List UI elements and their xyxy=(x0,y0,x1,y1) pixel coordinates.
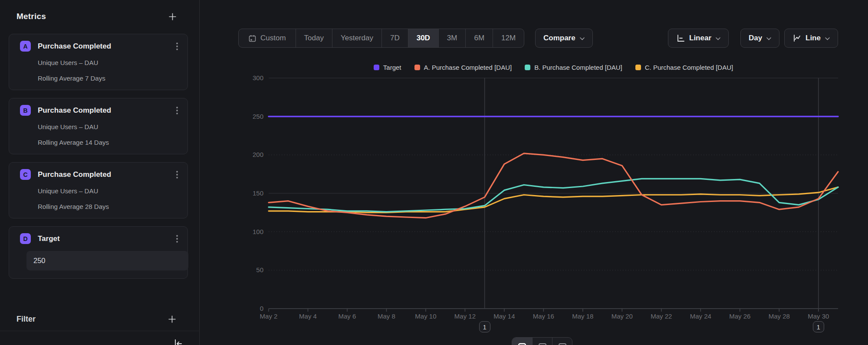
metric-card-header: DTarget xyxy=(20,233,181,244)
x-axis-label: May 26 xyxy=(729,312,750,320)
view-mode-chart[interactable] xyxy=(512,338,532,345)
metric-options-button[interactable] xyxy=(173,105,181,116)
kebab-menu-icon xyxy=(176,42,178,50)
chart-view-icon xyxy=(518,343,526,345)
sidebar-divider xyxy=(0,331,200,331)
metric-options-button[interactable] xyxy=(173,169,181,180)
metric-card-c[interactable]: CPurchase CompletedUnique Users – DAURol… xyxy=(9,162,188,218)
metric-rollup-label: Rolling Average 28 Days xyxy=(38,202,181,211)
metric-rollup-label: Rolling Average 14 Days xyxy=(38,138,181,147)
annotation-badge[interactable]: 1 xyxy=(813,321,824,332)
x-axis-label: May 28 xyxy=(769,312,790,320)
metric-cards: APurchase CompletedUnique Users – DAURol… xyxy=(9,34,188,279)
chart-panel: CustomTodayYesterday7D30D3M6M12M Compare… xyxy=(200,0,868,345)
collapse-left-icon xyxy=(173,338,183,345)
add-metric-button[interactable] xyxy=(168,13,177,21)
series-line-c[interactable] xyxy=(269,187,838,213)
metric-title: Purchase Completed xyxy=(38,106,111,115)
x-axis-label: May 20 xyxy=(612,312,633,320)
y-axis-label: 50 xyxy=(256,266,263,273)
filter-section-header: Filter xyxy=(16,313,176,325)
x-axis-label: May 12 xyxy=(454,312,476,320)
metric-measure-label: Unique Users – DAU xyxy=(38,59,181,67)
x-axis-label: May 8 xyxy=(378,312,395,320)
metric-card-a[interactable]: APurchase CompletedUnique Users – DAURol… xyxy=(9,34,188,90)
metric-title: Target xyxy=(38,234,60,243)
x-axis-label: May 6 xyxy=(339,312,356,320)
collapse-sidebar-button[interactable] xyxy=(173,338,183,345)
x-axis-label: May 4 xyxy=(299,312,317,320)
plus-icon xyxy=(168,315,176,323)
y-axis-label: 200 xyxy=(253,151,263,158)
view-mode-table[interactable] xyxy=(532,338,552,345)
metrics-explorer-page: { "sidebar": { "title": "Metrics", "metr… xyxy=(0,0,868,345)
view-mode-toggle xyxy=(512,337,572,345)
table-view-icon xyxy=(538,343,547,345)
y-axis-label: 100 xyxy=(253,228,263,235)
kebab-menu-icon xyxy=(176,107,178,114)
y-axis-label: 150 xyxy=(253,189,263,197)
view-mode-combined[interactable] xyxy=(552,338,572,345)
y-axis-label: 0 xyxy=(260,305,263,312)
kebab-menu-icon xyxy=(176,235,178,243)
metric-options-button[interactable] xyxy=(173,234,181,244)
metric-title: Purchase Completed xyxy=(38,170,111,179)
metric-measure-label: Unique Users – DAU xyxy=(38,187,181,195)
filter-title: Filter xyxy=(16,315,36,324)
metric-card-header: APurchase Completed xyxy=(20,41,181,52)
metric-card-header: BPurchase Completed xyxy=(20,105,181,116)
metric-rollup-label: Rolling Average 7 Days xyxy=(38,74,181,83)
metric-card-b[interactable]: BPurchase CompletedUnique Users – DAURol… xyxy=(9,98,188,154)
x-axis-label: May 18 xyxy=(572,312,593,320)
metrics-sidebar: Metrics APurchase CompletedUnique Users … xyxy=(0,0,200,345)
series-line-a[interactable] xyxy=(269,153,838,218)
metric-options-button[interactable] xyxy=(173,41,181,52)
combined-view-icon xyxy=(558,343,567,345)
metric-badge-b: B xyxy=(20,105,31,116)
x-axis-label: May 2 xyxy=(260,312,278,320)
plus-icon xyxy=(168,13,177,21)
y-axis-label: 300 xyxy=(253,74,263,81)
x-axis-label: May 14 xyxy=(493,312,515,320)
x-axis-label: May 16 xyxy=(533,312,554,320)
metrics-header: Metrics xyxy=(16,12,177,21)
metric-card-d[interactable]: DTarget xyxy=(9,226,188,279)
metrics-title: Metrics xyxy=(16,12,46,21)
metric-measure-label: Unique Users – DAU xyxy=(38,123,181,131)
x-axis-label: May 30 xyxy=(808,312,829,320)
add-filter-button[interactable] xyxy=(168,315,176,323)
annotation-badge[interactable]: 1 xyxy=(479,321,490,332)
x-axis-label: May 22 xyxy=(651,312,672,320)
x-axis-label: May 10 xyxy=(415,312,436,320)
target-value-input[interactable] xyxy=(26,251,188,270)
y-axis-label: 250 xyxy=(253,113,263,120)
metric-badge-a: A xyxy=(20,41,31,52)
metric-badge-c: C xyxy=(20,169,31,180)
metric-badge-d: D xyxy=(20,233,31,244)
metric-card-header: CPurchase Completed xyxy=(20,169,181,180)
chart-canvas[interactable]: 050100150200250300May 2May 4May 6May 8Ma… xyxy=(200,0,868,345)
kebab-menu-icon xyxy=(176,171,178,179)
metric-title: Purchase Completed xyxy=(38,42,111,51)
x-axis-label: May 24 xyxy=(690,312,711,320)
